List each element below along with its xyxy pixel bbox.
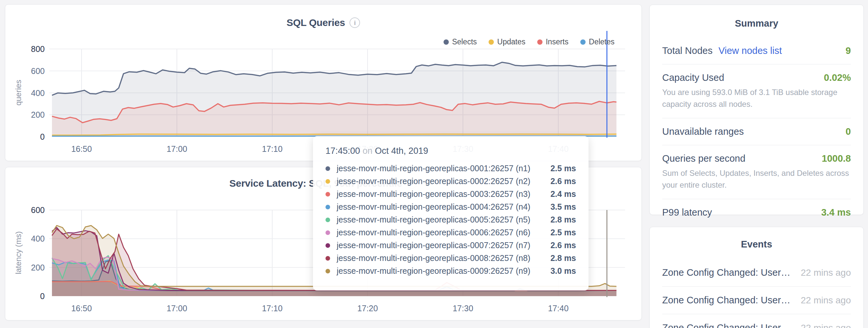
x-axis-tick-label: 17:40 (548, 304, 569, 313)
y-axis-tick-label: 0 (40, 292, 45, 301)
events-panel: Events Zone Config Changed: User… 22 min… (649, 227, 864, 328)
node-color-dot-icon (326, 256, 330, 261)
tooltip-node-row: jesse-movr-multi-region-georeplicas-0008… (326, 252, 576, 265)
cluster-overview-page: { "palette": { "n1": "#5F6C87", "n2": "#… (0, 0, 868, 328)
y-axis-tick-label: 600 (31, 66, 45, 75)
tooltip-node-row: jesse-movr-multi-region-georeplicas-0006… (326, 226, 576, 239)
node-color-dot-icon (326, 179, 330, 184)
x-axis-tick-label: 17:10 (262, 304, 283, 313)
chart-hover-tooltip: 17:45:00 on Oct 4th, 2019 jesse-movr-mul… (313, 136, 589, 291)
events-panel-body: Zone Config Changed: User… 22 mins ago Z… (650, 259, 863, 328)
events-panel-title: Events (650, 239, 863, 250)
y-axis-title: latency (ms) (14, 231, 23, 274)
legend-dot-icon (489, 39, 494, 45)
tooltip-node-name: jesse-movr-multi-region-georeplicas-0001… (337, 164, 530, 173)
legend-item-selects[interactable]: Selects (443, 37, 477, 46)
legend-label: Selects (452, 37, 477, 46)
x-axis-tick-label: 17:10 (262, 144, 283, 154)
node-color-dot-icon (326, 243, 330, 248)
queries-per-second-label: Queries per second (662, 153, 745, 164)
unavailable-ranges-value: 0 (846, 126, 851, 137)
node-color-dot-icon (326, 218, 330, 222)
tooltip-node-row: jesse-movr-multi-region-georeplicas-0007… (326, 239, 576, 252)
capacity-used-description: You are using 593.0 MiB of 3.1 TiB usabl… (662, 87, 851, 110)
summary-row-p99-latency: P99 latency 3.4 ms (662, 199, 851, 226)
info-icon[interactable]: i (349, 18, 360, 28)
tooltip-node-row: jesse-movr-multi-region-georeplicas-0001… (326, 162, 576, 175)
tooltip-timestamp: 17:45:00 on Oct 4th, 2019 (326, 146, 576, 156)
y-axis-tick-label: 200 (31, 110, 45, 119)
x-axis-tick-label: 17:20 (358, 304, 378, 313)
event-title: Zone Config Changed: User… (662, 322, 790, 328)
y-axis-title: queries (14, 80, 23, 106)
total-nodes-label: Total Nodes (662, 45, 712, 56)
tooltip-node-name: jesse-movr-multi-region-georeplicas-0003… (337, 189, 530, 199)
y-axis-tick-label: 400 (31, 234, 45, 243)
tooltip-node-value: 2.8 ms (550, 215, 576, 225)
tooltip-node-row: jesse-movr-multi-region-georeplicas-0009… (326, 265, 576, 277)
tooltip-node-value: 2.5 ms (550, 164, 576, 173)
tooltip-node-value: 3.5 ms (550, 202, 576, 212)
tooltip-on-word: on (363, 146, 373, 156)
tooltip-time: 17:45:00 (326, 146, 360, 156)
unavailable-ranges-label: Unavailable ranges (662, 126, 744, 137)
legend-label: Inserts (546, 37, 568, 46)
x-axis-tick-label: 17:00 (167, 144, 187, 154)
summary-row-unavailable-ranges: Unavailable ranges 0 (662, 118, 851, 145)
tooltip-node-list: jesse-movr-multi-region-georeplicas-0001… (326, 162, 576, 277)
queries-per-second-description: Sum of Selects, Updates, Inserts, and De… (662, 167, 851, 191)
queries-per-second-value: 1000.8 (822, 153, 851, 164)
legend-dot-icon (580, 39, 586, 45)
y-axis-tick-label: 600 (31, 205, 45, 215)
x-axis-tick-label: 16:50 (71, 144, 92, 154)
tooltip-date: Oct 4th, 2019 (375, 146, 428, 156)
legend-item-inserts[interactable]: Inserts (537, 37, 568, 46)
summary-row-capacity-used: Capacity Used 0.02% You are using 593.0 … (662, 64, 851, 118)
legend-item-updates[interactable]: Updates (489, 37, 525, 46)
y-axis-tick-label: 200 (31, 263, 45, 272)
legend-item-deletes[interactable]: Deletes (580, 37, 615, 46)
tooltip-node-row: jesse-movr-multi-region-georeplicas-0004… (326, 200, 576, 213)
summary-panel: Summary Total Nodes View nodes list 9 Ca… (649, 5, 864, 215)
event-title: Zone Config Changed: User… (662, 267, 790, 278)
tooltip-node-value: 3.0 ms (550, 266, 576, 276)
node-color-dot-icon (326, 230, 330, 235)
capacity-used-value: 0.02% (824, 72, 851, 83)
node-color-dot-icon (326, 192, 330, 197)
sql-queries-title: SQL Queries (287, 17, 345, 28)
x-axis-tick-label: 16:50 (71, 304, 92, 313)
tooltip-node-row: jesse-movr-multi-region-georeplicas-0002… (326, 175, 576, 188)
event-time: 22 mins ago (793, 295, 851, 306)
event-row: Zone Config Changed: User… 22 mins ago (662, 259, 851, 287)
view-nodes-list-link[interactable]: View nodes list (718, 45, 782, 56)
summary-row-queries-per-second: Queries per second 1000.8 Sum of Selects… (662, 145, 851, 199)
tooltip-node-name: jesse-movr-multi-region-georeplicas-0007… (337, 240, 530, 250)
node-color-dot-icon (326, 269, 330, 273)
event-time: 22 mins ago (793, 323, 851, 328)
tooltip-node-row: jesse-movr-multi-region-georeplicas-0005… (326, 213, 576, 226)
tooltip-node-name: jesse-movr-multi-region-georeplicas-0002… (337, 176, 530, 186)
y-axis-tick-label: 800 (31, 44, 45, 54)
summary-panel-title: Summary (650, 18, 863, 29)
x-axis-tick-label: 17:30 (453, 304, 473, 313)
event-time: 22 mins ago (793, 267, 851, 278)
event-title: Zone Config Changed: User… (662, 295, 790, 306)
tooltip-node-value: 2.4 ms (550, 189, 576, 199)
event-row: Zone Config Changed: User… 22 mins ago (662, 287, 851, 314)
tooltip-node-value: 2.6 ms (550, 176, 576, 186)
tooltip-node-name: jesse-movr-multi-region-georeplicas-0005… (337, 215, 530, 225)
tooltip-node-name: jesse-movr-multi-region-georeplicas-0008… (337, 253, 530, 263)
tooltip-node-name: jesse-movr-multi-region-georeplicas-0009… (337, 266, 530, 276)
legend-label: Deletes (589, 37, 615, 46)
sql-queries-legend: SelectsUpdatesInsertsDeletes (443, 37, 615, 46)
tooltip-node-row: jesse-movr-multi-region-georeplicas-0003… (326, 188, 576, 200)
event-row: Zone Config Changed: User… 22 mins ago (662, 314, 851, 328)
tooltip-node-value: 2.8 ms (550, 253, 576, 263)
legend-dot-icon (443, 39, 449, 45)
legend-dot-icon (537, 39, 542, 45)
tooltip-node-name: jesse-movr-multi-region-georeplicas-0004… (337, 202, 530, 212)
legend-label: Updates (497, 37, 525, 46)
p99-latency-value: 3.4 ms (821, 207, 851, 218)
y-axis-tick-label: 400 (31, 89, 45, 98)
total-nodes-value: 9 (846, 45, 851, 56)
